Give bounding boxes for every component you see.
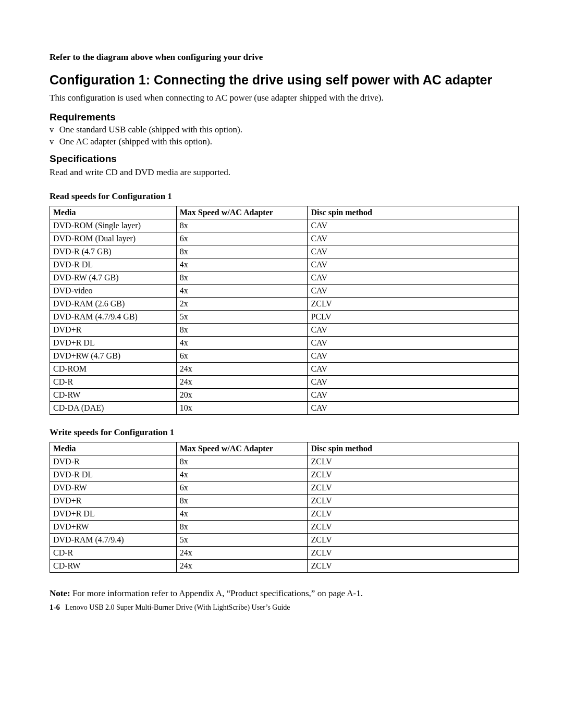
table-row: DVD-ROM (Single layer)8xCAV	[50, 219, 519, 232]
table-row: DVD+RW (4.7 GB)6xCAV	[50, 350, 519, 363]
cell-speed: 10x	[176, 402, 308, 415]
table-row: DVD-RW6xZCLV	[50, 482, 519, 495]
cell-media: DVD+R	[50, 324, 177, 337]
cell-method: CAV	[308, 376, 519, 389]
intro-paragraph: This configuration is used when connecti…	[50, 92, 519, 104]
table-row: DVD-R DL4xCAV	[50, 258, 519, 272]
table-row: CD-RW20xCAV	[50, 389, 519, 402]
table-row: CD-RW24xZCLV	[50, 560, 519, 573]
cell-media: DVD+R	[50, 495, 177, 508]
table-row: DVD-RAM (2.6 GB)2xZCLV	[50, 298, 519, 311]
cell-speed: 20x	[176, 389, 308, 402]
cell-media: DVD+R DL	[50, 337, 177, 350]
cell-speed: 6x	[176, 482, 308, 495]
table-row: DVD+R DL4xZCLV	[50, 508, 519, 521]
read-speeds-table: Media Max Speed w/AC Adapter Disc spin m…	[50, 206, 519, 415]
cell-method: CAV	[308, 324, 519, 337]
note-line: Note: For more information refer to Appe…	[50, 588, 519, 599]
cell-media: DVD-R DL	[50, 258, 177, 272]
cell-speed: 8x	[176, 455, 308, 468]
read-table-title: Read speeds for Configuration 1	[50, 191, 519, 202]
cell-speed: 4x	[176, 508, 308, 521]
col-header-method: Disc spin method	[308, 442, 519, 455]
cell-speed: 4x	[176, 258, 308, 272]
cell-method: CAV	[308, 285, 519, 298]
cell-media: DVD-R	[50, 455, 177, 468]
cell-media: DVD-R DL	[50, 468, 177, 482]
col-header-media: Media	[50, 206, 177, 219]
cell-method: ZCLV	[308, 298, 519, 311]
cell-method: CAV	[308, 232, 519, 245]
cell-speed: 6x	[176, 350, 308, 363]
cell-speed: 6x	[176, 232, 308, 245]
cell-media: DVD-RW (4.7 GB)	[50, 272, 177, 285]
table-header-row: Media Max Speed w/AC Adapter Disc spin m…	[50, 206, 519, 219]
cell-speed: 8x	[176, 272, 308, 285]
cell-media: CD-RW	[50, 560, 177, 573]
table-row: DVD-R DL4xZCLV	[50, 468, 519, 482]
table-row: DVD-R (4.7 GB)8xCAV	[50, 245, 519, 258]
cell-speed: 2x	[176, 298, 308, 311]
cell-media: DVD-video	[50, 285, 177, 298]
cell-method: ZCLV	[308, 508, 519, 521]
cell-media: DVD-ROM (Single layer)	[50, 219, 177, 232]
cell-media: DVD+RW	[50, 521, 177, 534]
cell-media: DVD-RAM (4.7/9.4 GB)	[50, 311, 177, 324]
cell-method: CAV	[308, 350, 519, 363]
note-text: For more information refer to Appendix A…	[70, 588, 363, 598]
table-row: CD-ROM24xCAV	[50, 363, 519, 376]
footer-title: Lenovo USB 2.0 Super Multi-Burner Drive …	[65, 603, 290, 611]
cell-speed: 24x	[176, 560, 308, 573]
list-item: One standard USB cable (shipped with thi…	[50, 125, 519, 135]
cell-method: ZCLV	[308, 534, 519, 547]
cell-method: CAV	[308, 258, 519, 272]
cell-speed: 24x	[176, 363, 308, 376]
cell-media: CD-DA (DAE)	[50, 402, 177, 415]
specifications-heading: Specifications	[50, 153, 519, 165]
col-header-speed: Max Speed w/AC Adapter	[176, 442, 308, 455]
cell-method: ZCLV	[308, 482, 519, 495]
write-table-title: Write speeds for Configuration 1	[50, 427, 519, 438]
cell-speed: 4x	[176, 285, 308, 298]
table-row: DVD-video4xCAV	[50, 285, 519, 298]
cell-media: DVD+RW (4.7 GB)	[50, 350, 177, 363]
write-speeds-table: Media Max Speed w/AC Adapter Disc spin m…	[50, 442, 519, 573]
cell-method: CAV	[308, 363, 519, 376]
table-row: DVD-RAM (4.7/9.4)5xZCLV	[50, 534, 519, 547]
cell-method: CAV	[308, 337, 519, 350]
table-row: DVD+R8xCAV	[50, 324, 519, 337]
cell-speed: 8x	[176, 245, 308, 258]
page-footer: 1-6Lenovo USB 2.0 Super Multi-Burner Dri…	[50, 603, 519, 612]
cell-method: CAV	[308, 389, 519, 402]
table-row: CD-DA (DAE)10xCAV	[50, 402, 519, 415]
cell-method: PCLV	[308, 311, 519, 324]
page-number: 1-6	[50, 603, 65, 611]
cell-speed: 8x	[176, 324, 308, 337]
intro-bold-line: Refer to the diagram above when configur…	[50, 52, 519, 63]
cell-media: DVD-ROM (Dual layer)	[50, 232, 177, 245]
table-row: DVD-RW (4.7 GB)8xCAV	[50, 272, 519, 285]
cell-method: ZCLV	[308, 521, 519, 534]
cell-method: ZCLV	[308, 495, 519, 508]
table-row: CD-R24xCAV	[50, 376, 519, 389]
cell-speed: 24x	[176, 547, 308, 560]
cell-method: ZCLV	[308, 455, 519, 468]
cell-speed: 24x	[176, 376, 308, 389]
table-row: DVD-RAM (4.7/9.4 GB)5xPCLV	[50, 311, 519, 324]
cell-speed: 4x	[176, 468, 308, 482]
cell-media: CD-ROM	[50, 363, 177, 376]
cell-media: CD-R	[50, 376, 177, 389]
col-header-speed: Max Speed w/AC Adapter	[176, 206, 308, 219]
cell-media: CD-RW	[50, 389, 177, 402]
table-row: CD-R24xZCLV	[50, 547, 519, 560]
cell-media: DVD-RW	[50, 482, 177, 495]
cell-method: ZCLV	[308, 560, 519, 573]
requirements-heading: Requirements	[50, 112, 519, 123]
cell-speed: 5x	[176, 534, 308, 547]
cell-speed: 4x	[176, 337, 308, 350]
table-row: DVD-ROM (Dual layer)6xCAV	[50, 232, 519, 245]
cell-speed: 8x	[176, 495, 308, 508]
cell-method: ZCLV	[308, 468, 519, 482]
cell-media: DVD-RAM (4.7/9.4)	[50, 534, 177, 547]
specifications-intro: Read and write CD and DVD media are supp…	[50, 167, 519, 179]
